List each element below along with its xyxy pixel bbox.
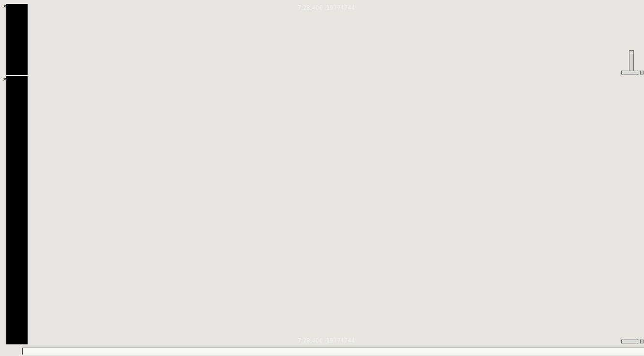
zoom-level-indicator[interactable] [635,48,642,74]
zoom-bar-knob-top[interactable] [640,71,644,74]
spectrogram-canvas-bottom[interactable] [28,76,644,344]
horizontal-zoom-bar-top[interactable] [621,71,639,74]
app-window: × 7:28.406 19774744 × 7:28.406 19774744 [0,0,644,356]
horizontal-zoom-bar-bottom[interactable] [621,340,639,343]
bottom-frequency-axis [6,76,28,344]
waveform-overview-strip[interactable] [22,347,644,356]
zoom-bar-knob-bottom[interactable] [640,340,644,343]
spectrogram-canvas-top[interactable] [28,4,644,75]
waveform-canvas [22,348,644,355]
top-frequency-axis [6,4,28,75]
view-range-box-2[interactable] [22,348,23,355]
vertical-scrollbar-thumb[interactable] [629,50,634,74]
